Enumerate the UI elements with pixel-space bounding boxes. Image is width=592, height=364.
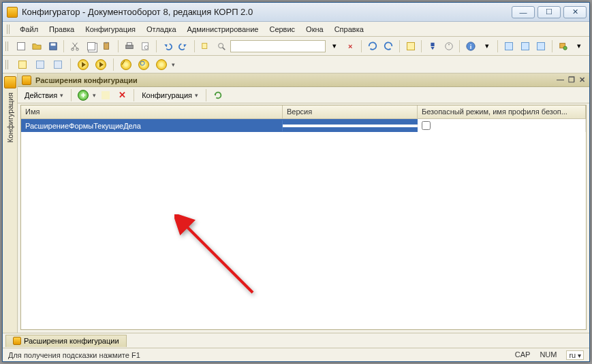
menu-service[interactable]: Сервис [264, 24, 300, 35]
tab-extensions[interactable]: Расширения конфигурации [5, 335, 127, 347]
indicator-lang[interactable]: ru ▾ [566, 350, 584, 360]
help-button[interactable]: i [463, 39, 478, 54]
cell-name[interactable]: РасширениеФормыТекущиеДела [21, 120, 283, 131]
svg-rect-13 [431, 42, 435, 46]
app-icon [7, 7, 18, 18]
menu-debug[interactable]: Отладка [142, 24, 181, 35]
print-button[interactable] [122, 39, 137, 54]
sidebar-tab-config-icon[interactable] [4, 76, 16, 88]
secondary-toolbar: ▾ [3, 56, 589, 73]
svg-rect-6 [125, 45, 133, 48]
redo-button[interactable] [176, 39, 191, 54]
cell-version[interactable] [283, 125, 418, 127]
grid-header: Имя Версия Безопасный режим, имя профиля… [21, 105, 586, 119]
config-dropdown[interactable]: Конфигурация [139, 90, 201, 101]
debug-start-button[interactable] [76, 57, 91, 72]
goto-prev-button[interactable] [365, 39, 380, 54]
goto-next-button[interactable] [381, 39, 396, 54]
svg-line-12 [223, 47, 225, 50]
tree-view-button[interactable] [33, 57, 48, 72]
sidebar-tab-config[interactable]: Конфигурация [6, 88, 14, 147]
properties-button[interactable] [403, 39, 418, 54]
svg-rect-4 [104, 42, 109, 49]
debug-stepover-button[interactable] [136, 57, 151, 72]
panel-titlebar: Расширения конфигурации — ❐ ✕ [18, 73, 589, 87]
list-view-button[interactable] [15, 57, 30, 72]
panel-icon [22, 76, 31, 85]
main-toolbar: ▾ × i ▾ ▾ [3, 37, 589, 56]
new-button[interactable] [14, 39, 29, 54]
open-button[interactable] [29, 39, 44, 54]
col-safe[interactable]: Безопасный режим, имя профиля безоп... [418, 105, 586, 118]
edit-button[interactable] [99, 88, 112, 102]
panel-title: Расширения конфигурации [35, 76, 138, 84]
indicator-cap: CAP [515, 350, 531, 360]
menu-help[interactable]: Справка [330, 24, 369, 35]
tab-icon [13, 337, 21, 345]
refresh-button[interactable] [211, 88, 225, 102]
check-button[interactable] [441, 39, 456, 54]
menu-file[interactable]: Файл [15, 24, 43, 35]
delete-button[interactable]: ✕ [115, 88, 129, 102]
maximize-button[interactable]: ☐ [538, 6, 561, 18]
statusbar: Для получения подсказки нажмите F1 CAP N… [3, 348, 589, 361]
panel-restore-button[interactable]: ❐ [568, 76, 575, 84]
copy-button[interactable] [84, 39, 99, 54]
panel-toolbar: Действия + ▾ ✕ Конфигурация [18, 87, 589, 103]
panel-minimize-button[interactable]: — [557, 76, 564, 84]
debug-stepout-button[interactable] [154, 57, 169, 72]
svg-point-14 [445, 42, 452, 50]
panel-close-button[interactable]: ✕ [579, 76, 585, 84]
grip-icon [7, 24, 11, 34]
cut-button[interactable] [67, 39, 82, 54]
search-input[interactable] [230, 40, 326, 52]
find-button[interactable] [198, 39, 213, 54]
svg-rect-7 [127, 42, 131, 45]
svg-point-15 [448, 44, 450, 45]
zoom-button[interactable] [214, 39, 229, 54]
search-dropdown[interactable]: ▾ [327, 39, 342, 54]
save-button[interactable] [46, 39, 61, 54]
menu-edit[interactable]: Правка [44, 24, 79, 35]
syntax-button[interactable] [425, 39, 440, 54]
menu-windows[interactable]: Окна [301, 24, 328, 35]
menu-config[interactable]: Конфигурация [80, 24, 140, 35]
cell-safe[interactable] [418, 119, 586, 132]
left-panel: Конфигурация [3, 73, 18, 333]
save-config-button[interactable] [533, 39, 548, 54]
help-dropdown[interactable]: ▾ [480, 39, 495, 54]
svg-text:i: i [470, 42, 472, 50]
safe-checkbox[interactable] [422, 121, 431, 130]
titlebar: Конфигуратор - Документооборот 8, редакц… [3, 3, 589, 22]
update-button[interactable] [518, 39, 533, 54]
actions-dropdown[interactable]: Действия [22, 90, 66, 101]
svg-point-11 [219, 43, 223, 48]
svg-rect-1 [50, 43, 55, 46]
menubar: Файл Правка Конфигурация Отладка Админис… [3, 22, 589, 37]
paste-button[interactable] [99, 39, 114, 54]
add-button[interactable]: + [76, 88, 90, 102]
debug-continue-button[interactable] [93, 57, 108, 72]
compare-button[interactable] [501, 39, 516, 54]
minimize-button[interactable]: — [512, 6, 535, 18]
svg-point-19 [563, 46, 567, 50]
undo-button[interactable] [160, 39, 175, 54]
debug-step-button[interactable] [119, 57, 134, 72]
run-dropdown[interactable]: ▾ [572, 39, 587, 54]
grid-row[interactable]: РасширениеФормыТекущиеДела [21, 119, 586, 132]
svg-rect-10 [202, 43, 206, 48]
table-view-button[interactable] [50, 57, 65, 72]
menu-admin[interactable]: Администрирование [183, 24, 264, 35]
extensions-grid: Имя Версия Безопасный режим, имя профиля… [20, 105, 587, 330]
preview-button[interactable] [138, 39, 153, 54]
clear-search-button[interactable]: × [343, 39, 358, 54]
svg-point-20 [140, 61, 144, 65]
run-button[interactable] [556, 39, 571, 54]
window-title: Конфигуратор - Документооборот 8, редакц… [22, 7, 512, 17]
col-version[interactable]: Версия [283, 105, 418, 118]
grip-icon [5, 60, 10, 69]
close-button[interactable]: ✕ [563, 6, 587, 18]
annotation-arrow [174, 214, 263, 303]
col-name[interactable]: Имя [21, 105, 283, 118]
add-dropdown[interactable]: ▾ [93, 92, 96, 99]
